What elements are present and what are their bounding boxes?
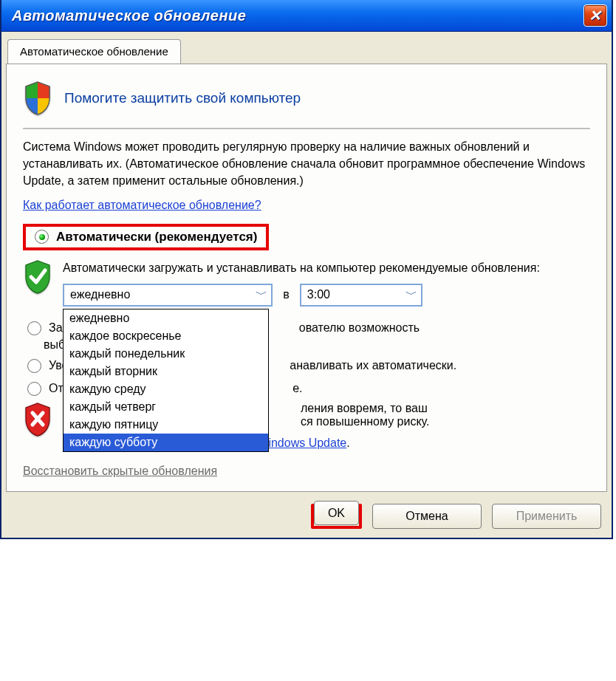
radio-icon [27, 321, 41, 335]
auto-sub-row: Автоматически загружать и устанавливать … [23, 259, 590, 307]
chevron-down-icon: ﹀ [405, 287, 418, 303]
shield-x-icon [23, 402, 52, 437]
window-title: Автоматическое обновление [12, 7, 584, 24]
dropdown-option[interactable]: каждый понедельник [64, 345, 268, 363]
auto-desc: Автоматически загружать и устанавливать … [63, 259, 590, 276]
apply-button[interactable]: Применить [492, 504, 601, 529]
highlight-ok-button: OK [311, 504, 362, 529]
intro-text: Система Windows может проводить регулярн… [23, 138, 590, 190]
dropdown-option[interactable]: ежедневно [64, 309, 268, 327]
ok-button[interactable]: OK [314, 501, 359, 525]
radio-download-right: ователю возможность [299, 321, 420, 334]
frequency-value: ежедневно [70, 288, 130, 301]
time-value: 3:00 [307, 288, 330, 301]
dropdown-option[interactable]: каждую пятницу [64, 416, 268, 434]
tab-strip: Автоматическое обновление [7, 39, 612, 64]
dropdown-option[interactable]: каждую среду [64, 380, 268, 398]
radio-icon [27, 359, 41, 373]
radio-notify-right: анавливать их автоматически. [290, 359, 456, 372]
frequency-combo[interactable]: ежедневно ﹀ [63, 284, 273, 307]
dropdown-option[interactable]: каждое воскресенье [64, 327, 268, 345]
dropdown-option-selected[interactable]: каждую субботу [64, 434, 268, 451]
radio-auto[interactable]: Автоматически (рекомендуется) [30, 228, 261, 246]
dropdown-option[interactable]: каждый вторник [64, 363, 268, 380]
help-link[interactable]: Как работает автоматическое обновление? [23, 199, 261, 211]
restore-hidden-link[interactable]: Восстановить скрытые обновления [23, 465, 217, 478]
radio-icon-checked [35, 230, 49, 244]
panel: Помогите защитить свой компьютер Система… [6, 64, 607, 492]
window-frame: Автоматическое обновление ✕ Автоматическ… [0, 0, 613, 539]
radio-off-right: е. [292, 382, 302, 394]
schedule-row: ежедневно ﹀ в 3:00 ﹀ ежедневно каждое во… [63, 284, 590, 307]
frequency-dropdown[interactable]: ежедневно каждое воскресенье каждый поне… [63, 309, 269, 452]
shield-check-icon [23, 259, 52, 295]
heading-text: Помогите защитить свой компьютер [64, 90, 301, 106]
tab-label: Автоматическое обновление [20, 45, 168, 58]
shield-icon [23, 81, 52, 116]
button-bar: OK Отмена Применить [1, 496, 612, 538]
cancel-button[interactable]: Отмена [372, 504, 482, 529]
at-label: в [283, 288, 290, 301]
highlight-auto-option: Автоматически (рекомендуется) [23, 224, 269, 250]
radio-auto-label: Автоматически (рекомендуется) [56, 230, 257, 244]
chevron-down-icon: ﹀ [255, 287, 268, 303]
radio-icon [27, 382, 41, 396]
close-icon: ✕ [589, 8, 602, 23]
close-button[interactable]: ✕ [584, 4, 607, 27]
dropdown-option[interactable]: каждый четверг [64, 398, 268, 416]
title-bar[interactable]: Автоматическое обновление ✕ [1, 0, 612, 32]
time-combo[interactable]: 3:00 ﹀ [300, 284, 422, 307]
heading-row: Помогите защитить свой компьютер [23, 78, 590, 129]
tab-auto-update[interactable]: Автоматическое обновление [7, 39, 181, 64]
